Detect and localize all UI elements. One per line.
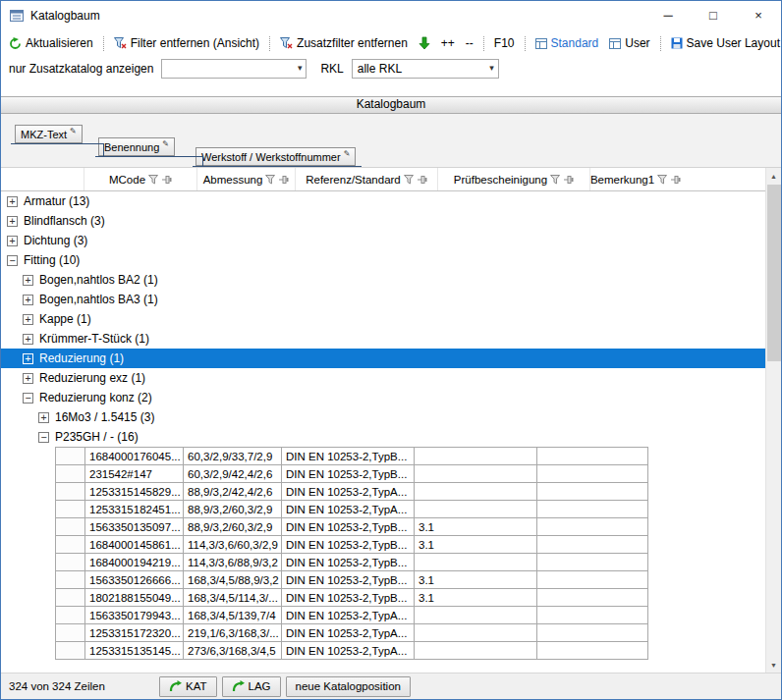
column-header-referenz[interactable]: Referenz/Standard <box>296 168 438 190</box>
pin-icon[interactable] <box>418 175 427 185</box>
scrollbar-thumb[interactable] <box>767 185 781 361</box>
table-cell[interactable] <box>537 448 648 465</box>
table-cell[interactable] <box>415 448 537 465</box>
table-cell[interactable] <box>415 483 537 501</box>
expand-icon[interactable]: + <box>23 334 33 345</box>
row-indicator[interactable] <box>56 642 85 660</box>
tree-row[interactable]: −P235GH / - (16) <box>1 427 765 447</box>
minimize-button[interactable]: ─ <box>645 1 691 29</box>
filter-icon[interactable] <box>265 175 276 185</box>
table-cell[interactable]: 168,3/4,5/114,3/... <box>184 589 282 607</box>
table-cell[interactable]: 60,3/2,9/33,7/2,9 <box>184 448 282 465</box>
row-indicator[interactable] <box>56 607 85 624</box>
kat-button[interactable]: KAT <box>159 676 217 697</box>
row-indicator[interactable] <box>56 483 85 501</box>
pin-icon[interactable] <box>564 175 574 185</box>
table-cell[interactable]: 114,3/3,6/88,9/3,2 <box>184 554 282 571</box>
table-cell[interactable]: 1684000145861... <box>85 536 184 554</box>
table-cell[interactable] <box>537 501 648 518</box>
remove-extra-filter-button[interactable]: Zusatzfilter entfernen <box>278 34 410 52</box>
table-cell[interactable] <box>537 642 648 660</box>
close-button[interactable]: × <box>736 1 781 29</box>
table-cell[interactable]: 88,9/3,2/42,4/2,6 <box>184 483 282 501</box>
tree-row[interactable]: +Bogen,nahtlos BA2 (1) <box>1 270 765 290</box>
row-indicator[interactable] <box>56 624 85 642</box>
user-layout-button[interactable]: User <box>607 34 651 52</box>
tab-mkz-text[interactable]: MKZ-Text ✎ <box>15 125 83 143</box>
table-row[interactable]: 1253315145829...88,9/3,2/42,4/2,6DIN EN … <box>56 483 648 501</box>
table-cell[interactable] <box>415 554 537 571</box>
table-cell[interactable] <box>415 607 537 624</box>
table-cell[interactable]: DIN EN 10253-2,TypA... <box>282 624 415 642</box>
table-cell[interactable] <box>537 571 648 589</box>
table-cell[interactable] <box>537 554 648 571</box>
standard-layout-button[interactable]: Standard <box>533 34 601 52</box>
collapse-icon[interactable]: − <box>7 255 18 266</box>
expand-icon[interactable]: + <box>23 275 33 286</box>
table-cell[interactable] <box>537 607 648 624</box>
table-cell[interactable] <box>415 465 537 483</box>
table-cell[interactable]: DIN EN 10253-2,TypB... <box>282 536 415 554</box>
table-cell[interactable]: 168,3/4,5/139,7/4 <box>184 607 282 624</box>
save-user-layout-button[interactable]: Save User Layout <box>669 34 782 52</box>
table-row[interactable]: 1684000176045...60,3/2,9/33,7/2,9DIN EN … <box>56 448 648 465</box>
table-cell[interactable]: 231542#147 <box>85 465 184 483</box>
tree-row[interactable]: +16Mo3 / 1.5415 (3) <box>1 407 765 427</box>
table-row[interactable]: 1563350179943...168,3/4,5/139,7/4DIN EN … <box>56 607 648 624</box>
refresh-button[interactable]: Aktualisieren <box>7 34 95 52</box>
edit-icon[interactable]: ✎ <box>162 139 169 148</box>
table-cell[interactable]: 1563350135097... <box>85 518 184 536</box>
expand-all-button[interactable]: ++ <box>439 34 457 52</box>
table-cell[interactable] <box>537 536 648 554</box>
column-header-pruefbescheinigung[interactable]: Prüfbescheinigung <box>438 168 590 190</box>
table-row[interactable]: 1253315182451...88,9/3,2/60,3/2,9DIN EN … <box>56 501 648 518</box>
edit-icon[interactable]: ✎ <box>70 127 77 135</box>
expand-icon[interactable]: + <box>23 353 33 364</box>
table-cell[interactable] <box>537 483 648 501</box>
table-cell[interactable]: 273/6,3/168,3/4,5 <box>184 642 282 660</box>
collapse-icon[interactable]: − <box>23 393 33 404</box>
row-indicator[interactable] <box>56 465 85 483</box>
new-catalog-position-button[interactable]: neue Katalogposition <box>286 676 411 697</box>
table-cell[interactable]: 168,3/4,5/88,9/3,2 <box>184 571 282 589</box>
table-cell[interactable] <box>537 518 648 536</box>
f10-button[interactable]: F10 <box>492 34 517 52</box>
pin-icon[interactable] <box>162 175 172 185</box>
collapse-icon[interactable]: − <box>38 432 49 443</box>
table-cell[interactable]: 1684000176045... <box>85 448 184 465</box>
expand-icon[interactable]: + <box>23 295 33 305</box>
table-cell[interactable] <box>415 624 537 642</box>
table-cell[interactable]: DIN EN 10253-2,TypA... <box>282 501 415 518</box>
row-indicator[interactable] <box>56 518 85 536</box>
tab-werkstoff[interactable]: Werkstoff / Werkstoffnummer ✎ <box>196 147 356 166</box>
table-cell[interactable]: DIN EN 10253-2,TypB... <box>282 465 415 483</box>
dropdown-arrow-icon[interactable]: ▾ <box>298 63 303 73</box>
filter-icon[interactable] <box>404 175 415 185</box>
table-cell[interactable]: DIN EN 10253-2,TypB... <box>282 448 415 465</box>
pin-icon[interactable] <box>279 175 289 185</box>
tree-row[interactable]: −Fitting (10) <box>1 250 765 270</box>
table-cell[interactable]: 1802188155049... <box>85 589 184 607</box>
table-row[interactable]: 1802188155049...168,3/4,5/114,3/...DIN E… <box>56 589 648 607</box>
table-cell[interactable]: 219,1/6,3/168,3/... <box>184 624 282 642</box>
collapse-all-button[interactable]: -- <box>464 34 475 52</box>
green-down-arrow-button[interactable] <box>417 34 432 52</box>
table-cell[interactable]: 1253315145829... <box>85 483 184 501</box>
table-cell[interactable]: DIN EN 10253-2,TypB... <box>282 554 415 571</box>
table-cell[interactable]: 3.1 <box>415 571 537 589</box>
tab-benennung[interactable]: Benennung ✎ <box>98 137 175 156</box>
row-indicator[interactable] <box>56 571 85 589</box>
expand-icon[interactable]: + <box>38 412 49 423</box>
table-cell[interactable] <box>537 589 648 607</box>
scroll-up-button[interactable]: ▲ <box>766 168 781 184</box>
table-cell[interactable]: 114,3/3,6/60,3/2,9 <box>184 536 282 554</box>
table-cell[interactable]: DIN EN 10253-2,TypB... <box>282 518 415 536</box>
table-row[interactable]: 1684000194219...114,3/3,6/88,9/3,2DIN EN… <box>56 554 648 571</box>
table-cell[interactable]: DIN EN 10253-2,TypA... <box>282 642 415 660</box>
table-cell[interactable] <box>415 642 537 660</box>
table-cell[interactable]: 1684000194219... <box>85 554 184 571</box>
table-cell[interactable]: 1253315182451... <box>85 501 184 518</box>
row-indicator[interactable] <box>56 554 85 571</box>
table-cell[interactable]: DIN EN 10253-2,TypA... <box>282 607 415 624</box>
table-cell[interactable]: 3.1 <box>415 536 537 554</box>
